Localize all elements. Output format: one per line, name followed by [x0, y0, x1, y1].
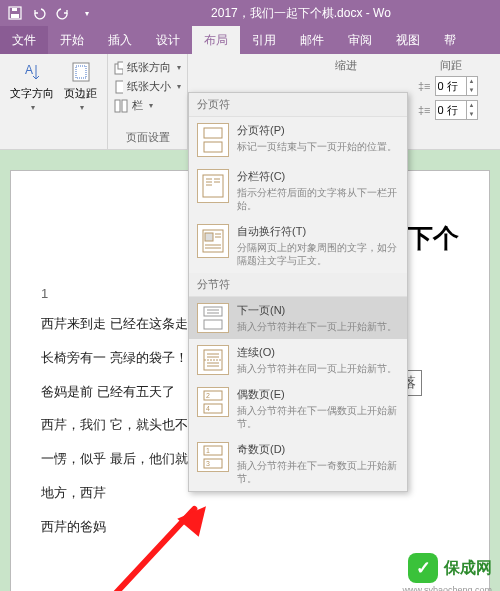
- orientation-button[interactable]: 纸张方向▾: [114, 58, 181, 77]
- size-button[interactable]: 纸张大小▾: [114, 77, 181, 96]
- watermark-badge-icon: ✓: [408, 553, 438, 583]
- dropdown-section-sectionbreaks: 分节符: [189, 273, 407, 297]
- svg-text:3: 3: [206, 460, 210, 467]
- next-page-icon: [197, 303, 229, 333]
- breaks-dropdown: 分页符 分页符(P)标记一页结束与下一页开始的位置。 分栏符(C)指示分栏符后面…: [188, 92, 408, 492]
- svg-rect-8: [118, 62, 123, 69]
- item-even-page[interactable]: 24 偶数页(E)插入分节符并在下一偶数页上开始新节。: [189, 381, 407, 436]
- chevron-down-icon: ▾: [31, 103, 35, 112]
- ribbon-tabs: 文件 开始 插入 设计 布局 引用 邮件 审阅 视图 帮: [0, 26, 500, 54]
- paragraph: 西芹的爸妈: [41, 510, 459, 544]
- svg-rect-1: [11, 14, 19, 18]
- svg-text:2: 2: [206, 392, 210, 399]
- item-page-break[interactable]: 分页符(P)标记一页结束与下一页开始的位置。: [189, 117, 407, 163]
- svg-rect-9: [116, 81, 123, 93]
- group-label-page-setup: 页面设置: [114, 128, 181, 145]
- item-continuous[interactable]: 连续(O)插入分节符并在同一页上开始新节。: [189, 339, 407, 381]
- group-page-setup: A 文字方向 ▾ 页边距 ▾: [0, 54, 108, 149]
- svg-rect-29: [204, 320, 222, 329]
- tab-review[interactable]: 审阅: [336, 26, 384, 54]
- spacing-before-input[interactable]: ▲▼: [435, 76, 478, 96]
- redo-button[interactable]: [52, 2, 74, 24]
- watermark-url: www.sybaocheng.com: [402, 585, 492, 591]
- page-break-icon: [197, 123, 229, 157]
- tab-mailings[interactable]: 邮件: [288, 26, 336, 54]
- group-page-setup-2: 纸张方向▾ 纸张大小▾ 栏▾ 页面设置: [108, 54, 188, 149]
- svg-rect-23: [205, 233, 213, 241]
- svg-text:A: A: [25, 63, 33, 77]
- quick-access-toolbar: ▾: [0, 2, 102, 24]
- save-button[interactable]: [4, 2, 26, 24]
- item-next-page[interactable]: 下一页(N)插入分节符并在下一页上开始新节。: [189, 297, 407, 339]
- dropdown-section-pagebreaks: 分页符: [189, 93, 407, 117]
- svg-rect-15: [204, 142, 222, 152]
- watermark-text: 保成网: [444, 558, 492, 579]
- continuous-icon: [197, 345, 229, 375]
- window-title: 2017，我们一起下个棋.docx - Wo: [102, 5, 500, 22]
- tab-insert[interactable]: 插入: [96, 26, 144, 54]
- odd-page-icon: 13: [197, 442, 229, 472]
- tab-help[interactable]: 帮: [432, 26, 468, 54]
- tab-view[interactable]: 视图: [384, 26, 432, 54]
- tab-file[interactable]: 文件: [0, 26, 48, 54]
- spacing-after-icon: ‡≡: [418, 104, 431, 116]
- spacing-after-input[interactable]: ▲▼: [435, 100, 478, 120]
- svg-rect-14: [204, 128, 222, 138]
- margins-button[interactable]: 页边距 ▾: [60, 58, 101, 114]
- svg-text:4: 4: [206, 405, 210, 412]
- tab-home[interactable]: 开始: [48, 26, 96, 54]
- titlebar: ▾ 2017，我们一起下个棋.docx - Wo: [0, 0, 500, 26]
- chevron-down-icon: ▾: [80, 103, 84, 112]
- watermark: ✓ 保成网: [408, 553, 492, 583]
- svg-rect-10: [115, 100, 120, 112]
- tab-references[interactable]: 引用: [240, 26, 288, 54]
- indent-label: 缩进: [335, 58, 357, 73]
- item-column-break[interactable]: 分栏符(C)指示分栏符后面的文字将从下一栏开始。: [189, 163, 407, 218]
- item-odd-page[interactable]: 13 奇数页(D)插入分节符并在下一奇数页上开始新节。: [189, 436, 407, 491]
- item-text-wrap-break[interactable]: 自动换行符(T)分隔网页上的对象周围的文字，如分隔题注文字与正文。: [189, 218, 407, 273]
- qat-more-button[interactable]: ▾: [76, 2, 98, 24]
- svg-rect-16: [203, 175, 223, 197]
- even-page-icon: 24: [197, 387, 229, 417]
- columns-button[interactable]: 栏▾: [114, 96, 181, 115]
- undo-button[interactable]: [28, 2, 50, 24]
- svg-rect-11: [122, 100, 127, 112]
- column-break-icon: [197, 169, 229, 203]
- svg-rect-2: [12, 8, 17, 11]
- svg-text:1: 1: [206, 447, 210, 454]
- text-direction-button[interactable]: A 文字方向 ▾: [6, 58, 58, 114]
- text-wrap-icon: [197, 224, 229, 258]
- tab-design[interactable]: 设计: [144, 26, 192, 54]
- spacing-label: 间距: [440, 58, 462, 73]
- svg-rect-28: [204, 307, 222, 316]
- spacing-before-icon: ‡≡: [418, 80, 431, 92]
- tab-layout[interactable]: 布局: [192, 26, 240, 54]
